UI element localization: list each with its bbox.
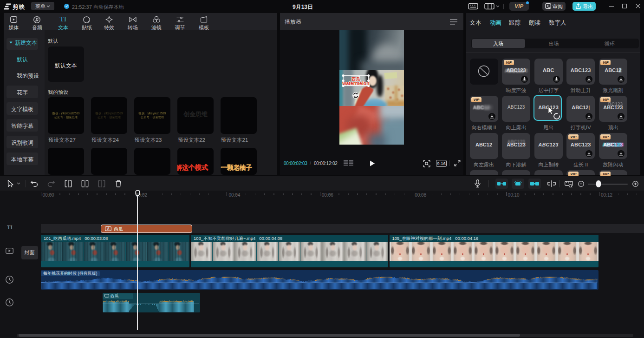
svg-text:A: A [107,227,110,230]
svg-text:watermelon: watermelon [342,80,369,86]
